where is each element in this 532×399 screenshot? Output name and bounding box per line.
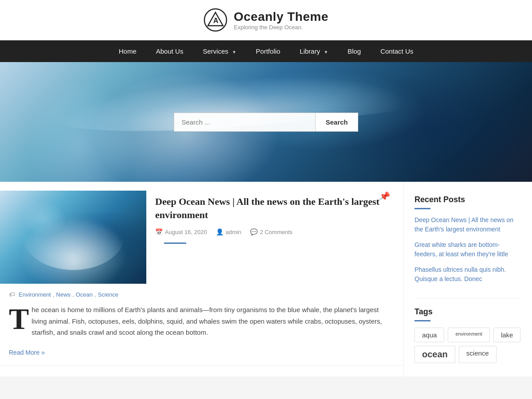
tag-environment[interactable]: Environment	[19, 291, 51, 298]
site-logo: A	[203, 8, 227, 32]
tag-ocean[interactable]: ocean	[415, 346, 455, 363]
recent-posts-underline	[415, 208, 430, 209]
comment-icon: 💬	[250, 228, 258, 235]
nav-link-portfolio[interactable]: Portfolio	[246, 40, 290, 62]
meta-author: 👤 admin	[216, 228, 241, 235]
calendar-icon: 📅	[155, 228, 163, 235]
read-more-link[interactable]: Read More »	[9, 349, 45, 356]
article-excerpt: T he ocean is home to millions of Earth'…	[9, 304, 395, 338]
tags-title: Tags	[415, 307, 521, 317]
site-title-group: Oceanly Theme Exploring the Deep Ocean.	[234, 10, 328, 31]
article-image	[0, 191, 146, 284]
sidebar-divider	[415, 298, 521, 298]
article-meta-block: 📌 Deep Ocean News | All the news on the …	[146, 191, 395, 244]
sidebar: Recent Posts Deep Ocean News | All the n…	[403, 182, 532, 376]
tag-science[interactable]: Science	[98, 291, 118, 298]
article-card: 📌 Deep Ocean News | All the news on the …	[0, 182, 403, 366]
article-tags: 🏷 Environment, News, Ocean, Science	[9, 291, 395, 298]
svg-text:A: A	[213, 17, 219, 24]
nav-item-about[interactable]: About Us	[146, 40, 193, 62]
drop-cap: T	[9, 308, 29, 330]
tag-lake[interactable]: lake	[493, 328, 521, 342]
tag-environment[interactable]: environment	[448, 328, 490, 342]
meta-comments: 💬 2 Comments	[250, 228, 293, 235]
nav-item-library[interactable]: Library ▼	[290, 40, 338, 62]
page-wrapper: 📌 Deep Ocean News | All the news on the …	[0, 182, 532, 376]
meta-date: 📅 August 16, 2020	[155, 228, 207, 235]
tags-section: Tags aqua environment lake ocean science	[415, 307, 521, 363]
article-body: 🏷 Environment, News, Ocean, Science T he…	[0, 284, 403, 343]
search-button[interactable]: Search	[316, 113, 358, 132]
site-header: A Oceanly Theme Exploring the Deep Ocean…	[0, 0, 532, 40]
search-container: Search	[174, 113, 358, 132]
nav-link-about[interactable]: About Us	[146, 40, 193, 62]
recent-posts-section: Recent Posts Deep Ocean News | All the n…	[415, 195, 521, 284]
recent-post-2[interactable]: Great white sharks are bottom-feeders, a…	[415, 240, 521, 259]
tag-science[interactable]: science	[459, 346, 497, 363]
recent-post-3[interactable]: Phasellus ultrices nulla quis nibh. Quis…	[415, 265, 521, 284]
article-top: 📌 Deep Ocean News | All the news on the …	[0, 182, 403, 284]
article-divider	[164, 243, 186, 244]
recent-posts-title: Recent Posts	[415, 195, 521, 204]
user-icon: 👤	[216, 228, 223, 235]
library-dropdown-arrow: ▼	[324, 50, 328, 55]
tag-ocean[interactable]: Ocean	[76, 291, 93, 298]
site-branding: A Oceanly Theme Exploring the Deep Ocean…	[203, 8, 328, 32]
nav-item-home[interactable]: Home	[109, 40, 146, 62]
nav-link-library[interactable]: Library ▼	[290, 40, 338, 62]
tags-underline	[415, 320, 430, 321]
tags-cloud: aqua environment lake ocean science	[415, 328, 521, 363]
nav-item-contact[interactable]: Contact Us	[371, 40, 423, 62]
hero-section: Search	[0, 62, 532, 182]
content-area: 📌 Deep Ocean News | All the news on the …	[0, 182, 403, 376]
nav-item-blog[interactable]: Blog	[338, 40, 371, 62]
article-title: Deep Ocean News | All the news on the Ea…	[155, 195, 395, 221]
nav-item-services[interactable]: Services ▼	[193, 40, 246, 62]
article-meta: 📅 August 16, 2020 👤 admin 💬 2 Comments	[155, 228, 395, 235]
site-title: Oceanly Theme	[234, 10, 328, 24]
tag-icon: 🏷	[9, 291, 15, 298]
pin-icon: 📌	[378, 190, 391, 202]
nav-link-services[interactable]: Services ▼	[193, 40, 246, 62]
tag-aqua[interactable]: aqua	[415, 328, 444, 342]
nav-item-portfolio[interactable]: Portfolio	[246, 40, 290, 62]
tag-news[interactable]: News	[56, 291, 71, 298]
nav-link-blog[interactable]: Blog	[338, 40, 371, 62]
nav-link-home[interactable]: Home	[109, 40, 146, 62]
recent-post-1[interactable]: Deep Ocean News | All the news on the Ea…	[415, 215, 521, 234]
services-dropdown-arrow: ▼	[232, 50, 236, 55]
site-tagline: Exploring the Deep Ocean.	[234, 24, 328, 31]
main-nav: Home About Us Services ▼ Portfolio Libra…	[0, 40, 532, 62]
search-input[interactable]	[174, 113, 316, 132]
nav-link-contact[interactable]: Contact Us	[371, 40, 423, 62]
nav-list: Home About Us Services ▼ Portfolio Libra…	[109, 40, 423, 62]
